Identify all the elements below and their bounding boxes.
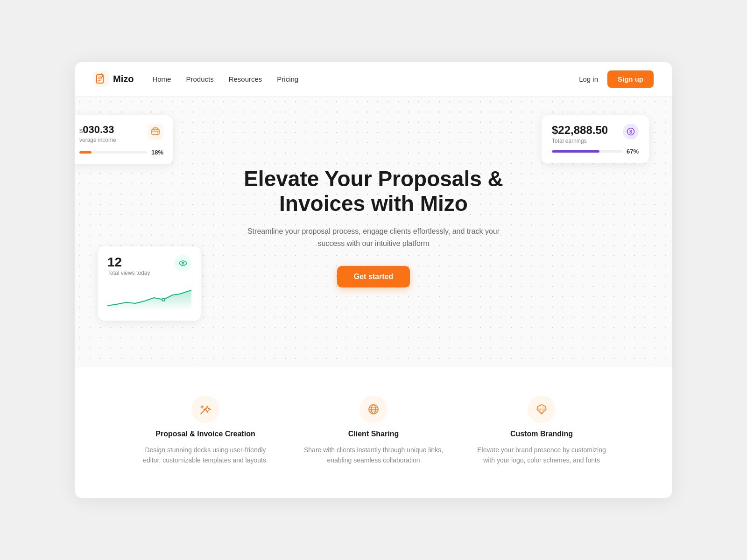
nav-resources[interactable]: Resources — [229, 75, 262, 83]
nav-home[interactable]: Home — [152, 75, 171, 83]
navbar: Mizo Home Products Resources Pricing Log… — [75, 62, 672, 97]
views-chart — [107, 285, 191, 312]
feature-title-branding: Custom Branding — [510, 430, 573, 438]
diamond-icon — [535, 403, 548, 416]
nav-links: Home Products Resources Pricing — [152, 75, 298, 83]
hero-section: $030.33 verage income — [75, 97, 672, 367]
income-card: $030.33 verage income — [75, 115, 173, 164]
svg-text:$: $ — [629, 129, 632, 134]
views-number: 12 — [107, 255, 150, 270]
svg-point-8 — [162, 299, 164, 301]
wand-icon — [199, 403, 212, 416]
income-progress-pct: 18% — [151, 149, 163, 156]
feature-icon-proposal — [191, 395, 219, 423]
share-icon — [367, 403, 380, 416]
income-amount: $030.33 — [79, 124, 116, 136]
logo-text: Mizo — [113, 74, 134, 84]
earnings-card: $22,888.50 Total earnings $ 67% — [542, 115, 649, 163]
logo-icon — [93, 71, 109, 87]
hero-subtitle: Streamline your proposal process, engage… — [233, 225, 514, 249]
feature-card-proposal: Proposal & Invoice Creation Design stunn… — [135, 395, 275, 466]
feature-icon-branding — [528, 395, 556, 423]
feature-desc-branding: Elevate your brand presence by customizi… — [472, 445, 612, 466]
wallet-icon — [151, 127, 160, 136]
views-card: 12 Total views today — [98, 246, 201, 321]
income-icon-box — [148, 124, 163, 140]
login-button[interactable]: Log in — [579, 75, 598, 83]
earnings-progress-pct: 67% — [627, 148, 639, 155]
features-section: Proposal & Invoice Creation Design stunn… — [75, 367, 672, 498]
hero-title: Elevate Your Proposals &Invoices with Mi… — [233, 167, 514, 216]
feature-card-sharing: Client Sharing Share with clients instan… — [303, 395, 444, 466]
feature-title-proposal: Proposal & Invoice Creation — [155, 430, 255, 438]
get-started-button[interactable]: Get started — [337, 266, 410, 287]
feature-desc-proposal: Design stunning decks using user-friendl… — [135, 445, 275, 466]
feature-title-sharing: Client Sharing — [348, 430, 399, 438]
page-wrapper: Mizo Home Products Resources Pricing Log… — [75, 62, 672, 498]
nav-right: Log in Sign up — [579, 70, 654, 88]
nav-products[interactable]: Products — [186, 75, 213, 83]
svg-rect-2 — [152, 129, 159, 134]
hero-text: Elevate Your Proposals &Invoices with Mi… — [233, 167, 514, 287]
earnings-amount: $22,888.50 — [552, 124, 608, 137]
views-label: Total views today — [107, 270, 150, 276]
nav-pricing[interactable]: Pricing — [277, 75, 298, 83]
eye-icon — [179, 259, 187, 267]
feature-icon-sharing — [359, 395, 388, 423]
income-label: verage income — [79, 137, 116, 143]
logo-area: Mizo — [93, 71, 134, 87]
signup-button[interactable]: Sign up — [607, 70, 654, 88]
svg-point-3 — [157, 132, 158, 133]
feature-desc-sharing: Share with clients instantly through uni… — [303, 445, 444, 466]
svg-point-6 — [182, 262, 184, 264]
eye-icon-box — [175, 255, 191, 272]
earnings-label: Total earnings — [552, 138, 608, 144]
earnings-icon: $ — [623, 124, 639, 140]
feature-card-branding: Custom Branding Elevate your brand prese… — [472, 395, 612, 466]
